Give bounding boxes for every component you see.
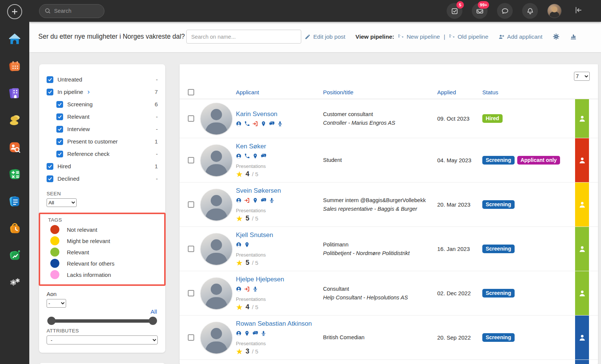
documents-icon[interactable] [8,195,21,208]
messages-button[interactable] [497,3,513,19]
stage-checkbox[interactable] [56,151,63,157]
profile-icon[interactable] [236,242,242,248]
pin-icon[interactable] [261,121,266,127]
applicant-photo[interactable] [201,322,232,353]
stage-color-bar[interactable] [575,227,589,271]
applicant-name-link[interactable]: Kjell Snutsen [236,231,323,239]
name-search-input[interactable] [186,30,301,44]
applicant-row[interactable]: Ken Søker Presentations ★ 4 / 5 Student … [180,138,598,183]
time-tracking-icon[interactable] [8,222,21,235]
column-status[interactable]: Status [482,89,575,95]
slider-handle-max[interactable] [149,317,157,325]
calendar-icon[interactable] [8,59,21,73]
applicant-photo[interactable] [201,189,232,221]
mic-icon[interactable] [269,198,275,203]
row-checkbox[interactable] [188,290,194,296]
applicant-name-link[interactable]: Hjelpe Hjelpesen [236,276,323,283]
applicant-row[interactable]: Svein Søkersen Presentations ★ 5 / 5 Sum… [180,183,598,227]
accounting-calculator-icon[interactable] [8,168,21,181]
select-all-checkbox[interactable] [188,89,194,95]
column-applied[interactable]: Applied [437,89,482,95]
column-position[interactable]: Position/title [323,89,437,95]
score-range-slider[interactable] [47,317,157,325]
analytics-icon[interactable] [8,249,21,262]
signin-icon[interactable] [252,121,258,127]
chat-icon[interactable] [261,198,266,203]
recruiting-search-icon[interactable] [8,140,21,154]
seen-select[interactable]: All [47,198,77,207]
mic-icon[interactable] [277,121,283,127]
settings-gears-icon[interactable] [8,276,21,289]
create-new-button[interactable] [7,4,22,19]
pin-icon[interactable] [244,331,250,336]
applicant-photo[interactable] [201,103,232,134]
pin-icon[interactable] [252,198,258,203]
pipeline-settings-button[interactable] [553,33,560,40]
applicant-row[interactable]: Rowan Sebastian Atkinson Presentations ★… [180,316,598,360]
row-checkbox[interactable] [188,246,194,252]
phone-icon[interactable] [244,153,250,159]
mic-icon[interactable] [252,286,258,292]
stage-checkbox[interactable] [56,113,63,120]
applicant-photo[interactable] [201,278,232,309]
collapse-panel-button[interactable] [574,6,583,16]
row-checkbox[interactable] [188,157,194,163]
new-pipeline-link[interactable]: New pipeline [398,33,440,40]
mic-icon[interactable] [261,331,266,336]
stage-checkbox[interactable] [56,138,63,145]
profile-icon[interactable] [236,153,242,159]
applicant-row[interactable]: Hjelpe Hjelpesen Presentations ★ 4 / 5 C… [180,271,598,316]
stage-checkbox[interactable] [47,76,53,83]
stage-checkbox[interactable] [47,175,53,182]
signin-icon[interactable] [244,286,250,292]
tag-color-dot[interactable] [50,259,59,268]
row-checkbox[interactable] [188,115,194,122]
stage-color-bar[interactable] [575,138,589,182]
profile-icon[interactable] [236,331,242,336]
stage-checkbox[interactable] [56,126,63,133]
stage-color-bar[interactable] [575,316,589,359]
tag-color-dot[interactable] [50,225,59,234]
signin-icon[interactable] [244,198,250,203]
chat-icon[interactable] [252,331,258,336]
stage-checkbox[interactable] [56,101,63,108]
phone-icon[interactable] [244,121,250,127]
tag-color-dot[interactable] [50,236,59,245]
stage-color-bar[interactable] [575,183,589,227]
pin-icon[interactable] [252,153,258,159]
applicant-name-link[interactable]: Karin Svenson [236,110,323,118]
applicant-row[interactable]: Kjell Snutsen Presentations ★ 5 / 5 Poli… [180,227,598,271]
global-search-input[interactable]: Search [39,4,104,18]
tag-color-dot[interactable] [50,248,59,257]
row-checkbox[interactable] [188,334,194,341]
stage-color-bar[interactable] [575,99,589,138]
home-icon[interactable] [8,32,21,46]
slider-handle-min[interactable] [47,317,56,325]
attributes-select[interactable]: - [47,335,158,344]
stage-color-bar[interactable] [575,271,589,315]
edit-job-post-link[interactable]: Edit job post [305,33,345,40]
company-building-icon[interactable] [8,86,21,100]
column-applicant[interactable]: Applicant [236,89,323,95]
pin-icon[interactable] [244,242,250,248]
add-applicant-button[interactable]: Add applicant [498,33,542,40]
statistics-button[interactable] [570,33,577,40]
profile-icon[interactable] [236,198,242,203]
chat-icon[interactable] [269,121,275,127]
chevron-right-icon[interactable]: › [87,88,89,95]
aon-select[interactable]: - [47,299,66,308]
applicant-row[interactable]: Karin Svenson Customer consultant Contro… [180,99,598,138]
applicant-name-link[interactable]: Ken Søker [236,143,323,150]
profile-icon[interactable] [236,286,242,292]
tasks-button[interactable]: 5 [447,3,462,19]
applicant-photo[interactable] [201,233,232,265]
tag-color-dot[interactable] [50,270,59,279]
chat-icon[interactable] [261,153,266,159]
user-avatar[interactable] [547,4,562,18]
stage-checkbox[interactable] [47,163,53,170]
salary-coins-icon[interactable] [8,113,21,127]
applicant-photo[interactable] [201,145,232,176]
inbox-button[interactable]: 99+ [472,3,488,19]
applicant-name-link[interactable]: Rowan Sebastian Atkinson [236,320,323,328]
stage-checkbox[interactable] [47,89,53,95]
